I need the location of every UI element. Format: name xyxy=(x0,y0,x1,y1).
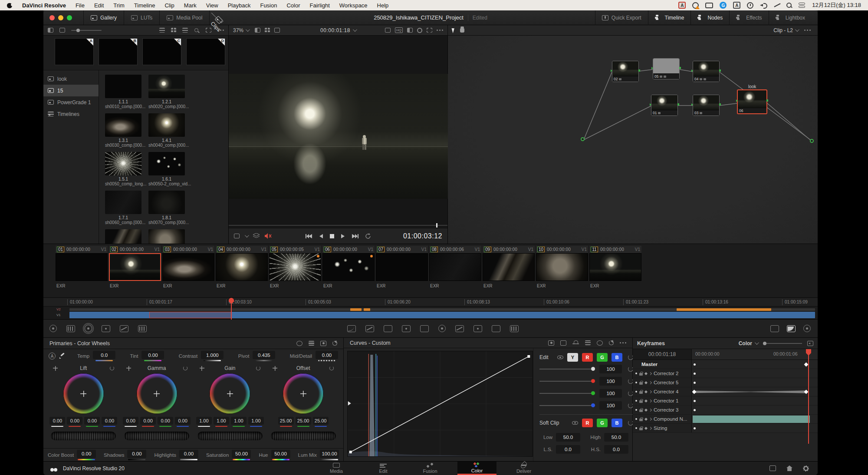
keyframe-track-row[interactable]: Master xyxy=(633,360,818,369)
keyframe-track-row[interactable]: Compound N... xyxy=(633,415,818,424)
color-viewer-icon[interactable] xyxy=(417,28,422,33)
wheel-adjust-icon[interactable] xyxy=(53,366,58,371)
menu-item[interactable]: Fusion xyxy=(260,2,277,9)
curves-reset-icon[interactable] xyxy=(609,340,614,345)
wheel-crosshair[interactable] xyxy=(80,391,86,397)
clip-thumbnail[interactable] xyxy=(269,253,321,281)
stereo-palette-icon[interactable] xyxy=(510,325,519,332)
keyframe-diamond-icon[interactable] xyxy=(644,390,648,393)
wheel-value-green[interactable]: 0.00 xyxy=(158,417,173,425)
clip-thumbnail[interactable] xyxy=(483,253,535,281)
slider-knob[interactable] xyxy=(591,379,595,383)
bars-mode-icon[interactable] xyxy=(309,341,314,346)
color-wheel[interactable] xyxy=(137,373,177,414)
page-tab[interactable]: Color xyxy=(457,462,496,475)
keyframes-ruler[interactable]: 00:00:00:00 00:00:01:06 xyxy=(692,349,818,360)
timeline-ruler[interactable]: 01:00:00:0001:00:01:1701:00:03:1001:00:0… xyxy=(43,298,818,307)
curve-editor[interactable] xyxy=(344,348,533,461)
keyframe-track-row[interactable]: Corrector 3 xyxy=(633,406,818,415)
cinema-viewer-icon[interactable] xyxy=(427,28,432,33)
hdr-palette-icon[interactable] xyxy=(102,325,110,332)
field-value[interactable]: 50.0 xyxy=(604,433,628,442)
panel-toggle-button[interactable]: Lightbox xyxy=(769,10,812,25)
wheel-reset-icon[interactable] xyxy=(329,366,334,370)
keyframe-diamond-icon[interactable] xyxy=(644,426,648,429)
menu-item[interactable]: Trim xyxy=(113,2,125,9)
color-wheel[interactable] xyxy=(63,373,104,414)
time-machine-icon[interactable] xyxy=(747,2,753,9)
timeline-clip[interactable]: 07 00:00:00:00 V1 EXR xyxy=(376,246,428,297)
adjust-slider[interactable] xyxy=(272,459,289,460)
panel-toggle-button[interactable]: Effects xyxy=(729,10,768,25)
expand-chevron-icon[interactable] xyxy=(649,408,652,411)
menu-item[interactable]: Playback xyxy=(228,2,251,9)
keyframe-diamond-icon[interactable] xyxy=(644,372,648,375)
keyframe-track[interactable] xyxy=(692,369,818,378)
node-05[interactable]: 05 xyxy=(653,58,680,79)
node-03[interactable]: 03 xyxy=(693,95,720,116)
color-wheels-palette-icon[interactable] xyxy=(49,325,57,332)
link-softclip-icon[interactable] xyxy=(572,421,578,425)
zoom-window-button[interactable] xyxy=(67,15,72,20)
display-icon[interactable] xyxy=(705,3,713,8)
wheel-value-master[interactable]: 0.00 xyxy=(49,417,65,425)
wheel-adjust-icon[interactable] xyxy=(273,366,277,371)
master-wheel-slider[interactable] xyxy=(271,432,336,440)
channel-slider-value[interactable]: 100 xyxy=(599,389,622,398)
wheel-value-master[interactable]: 1.00 xyxy=(196,417,212,425)
gallery-clip-thumbnail[interactable] xyxy=(105,229,141,244)
channel-slider[interactable] xyxy=(539,393,595,394)
gallery-clip-thumbnail[interactable] xyxy=(148,152,185,175)
wheel-value-red[interactable]: 0.00 xyxy=(67,417,82,425)
qualifier-icon[interactable] xyxy=(384,325,392,332)
keyframe-track[interactable] xyxy=(692,424,818,432)
keyframe-track-row[interactable]: Corrector 1 xyxy=(633,396,818,406)
keyframes-panel-icon[interactable] xyxy=(770,325,779,332)
page-tab[interactable]: Media xyxy=(317,462,356,475)
adjust-value[interactable]: 0.00 xyxy=(179,450,198,458)
channel-slider[interactable] xyxy=(539,405,595,406)
softclip-channel-button[interactable]: B xyxy=(612,419,622,427)
highlight-icon[interactable] xyxy=(407,28,413,33)
slider-knob[interactable] xyxy=(591,403,595,407)
wheel-crosshair[interactable] xyxy=(300,391,306,397)
volume-icon[interactable] xyxy=(760,3,767,8)
clip-thumbnail[interactable] xyxy=(109,253,161,281)
gallery-still[interactable]: B xyxy=(99,38,138,65)
workspace-toggle-button[interactable]: Media Pool xyxy=(160,10,210,25)
wheel-value-green[interactable]: 0.00 xyxy=(84,417,100,425)
clip-mode-icon[interactable] xyxy=(234,234,240,238)
sizing-palette-icon[interactable] xyxy=(492,325,500,332)
viewer-image[interactable] xyxy=(229,74,448,199)
page-tab[interactable]: Fusion xyxy=(411,462,450,475)
channel-button[interactable]: Y xyxy=(567,353,578,362)
node-02[interactable]: 02 xyxy=(612,61,639,82)
active-palette-icon[interactable] xyxy=(85,325,92,332)
still-export-icon[interactable] xyxy=(59,28,65,33)
step-back-icon[interactable] xyxy=(318,234,323,239)
keyframe-marker[interactable] xyxy=(804,363,809,367)
keyframe-track[interactable] xyxy=(692,415,818,423)
lock-icon[interactable] xyxy=(639,400,643,403)
pan-tool-icon[interactable] xyxy=(460,28,464,33)
split-screen-icon[interactable] xyxy=(255,28,260,33)
adjust-slider[interactable] xyxy=(180,459,197,460)
auto-balance-icon[interactable]: A xyxy=(49,353,56,360)
wheel-value-master[interactable]: 0.00 xyxy=(123,417,138,425)
gallery-clip-thumbnail[interactable] xyxy=(105,75,141,98)
info-panel-icon[interactable] xyxy=(803,325,811,332)
wheel-reset-icon[interactable] xyxy=(183,366,187,370)
sort-order-icon[interactable] xyxy=(159,28,165,33)
track-v2-orange-segment[interactable] xyxy=(364,308,370,311)
home-icon[interactable] xyxy=(786,465,792,471)
gallery-clip[interactable]: 1.5.1 sh0050_comp_long... xyxy=(105,152,141,186)
node-options-icon[interactable] xyxy=(804,30,811,31)
keyframe-row-label[interactable]: Corrector 5 xyxy=(654,380,679,385)
field-value[interactable]: 0.0 xyxy=(604,445,628,454)
timeline-playhead[interactable] xyxy=(231,298,232,320)
wifi-off-icon[interactable] xyxy=(773,3,780,8)
keyframe-row-label[interactable]: Corrector 3 xyxy=(654,407,679,412)
keyframe-track[interactable] xyxy=(692,406,818,414)
keyframes-zoom-slider[interactable] xyxy=(763,343,802,344)
source-input-dot[interactable] xyxy=(581,137,585,141)
